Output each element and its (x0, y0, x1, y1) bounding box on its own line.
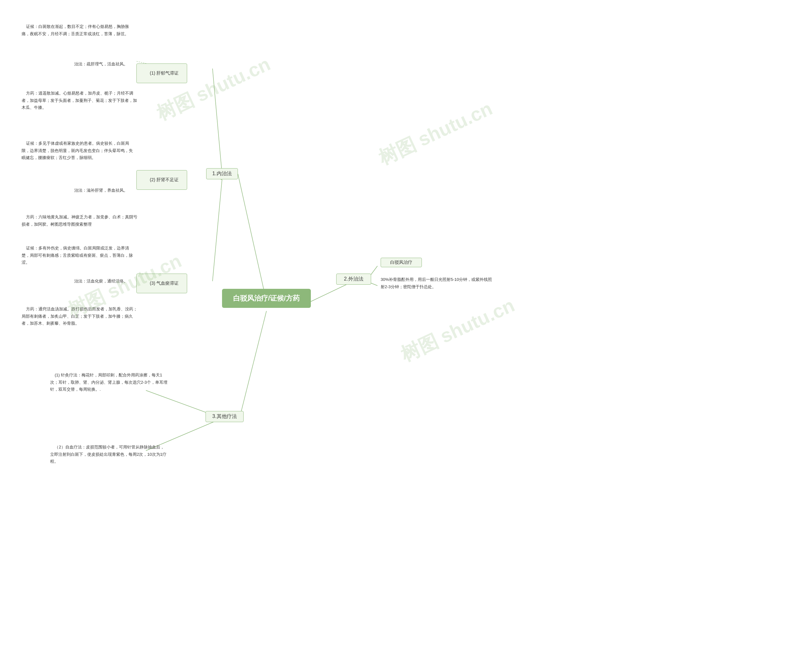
zhifa-ganshen: 治法：滋补肝肾，养血祛风。 (70, 183, 140, 198)
zhenghou-ganyu: 证候：白斑散在渐起，数目不定；伴有心烦易怒，胸胁胀痛，夜眠不安，月经不调；舌质正… (21, 16, 136, 45)
svg-line-0 (238, 174, 266, 301)
level1-qita: 3.其他疗法 (206, 411, 244, 422)
waizhi-desc: 30%补骨脂酊外用，用后一般日光照射5-10分钟，或紫外线照射2-3分钟；密陀僧… (381, 276, 495, 291)
svg-line-1 (311, 282, 352, 301)
mindmap-canvas: 白驳风治疗/证候/方药 1.内治法 (1) 肝郁气滞证 证候：白斑散在渐起，数目… (0, 0, 812, 650)
zhenghou-qixue: 证候：多有外伤史，病史缠绵。白斑局限或泛发，边界清楚，局部可有刺痛感；舌质紫暗或… (21, 237, 136, 274)
svg-line-3 (212, 69, 222, 174)
fangyao-qixue: 方药：通窍活血汤加减。跌打损伤后而发者，加乳香、没药；局部有刺痛者，加炙山甲、白… (21, 298, 139, 335)
level2-qixue: (3) 气血瘀滞证 (136, 274, 187, 293)
level2-ganyu: (1) 肝郁气滞证 (136, 63, 187, 83)
zixue-text: （2）自血疗法：皮损范围较小者，可用针管从静脉抽血后，立即注射到白斑下，使皮损处… (50, 436, 168, 473)
zhengjiu-text: (1) 针灸疗法：梅花针，局部叩刺，配合外用药涂擦，每天1次；耳针，取肺、肾、内… (50, 364, 168, 401)
watermark-1: 树图 shutu.cn (153, 51, 275, 127)
watermark-4: 树图 shutu.cn (397, 293, 519, 368)
fangyao-ganshen: 方药：六味地黄丸加减。神疲乏力者，加党参、白术；真阴亏损者，加阿胶。树图思维导图… (21, 206, 139, 235)
level2-baibofen-treatment: 白驳风治疗 (381, 258, 422, 267)
level1-waizhi: 2.外治法 (336, 274, 371, 285)
zhifa-qixue: 治法：活血化瘀，通经活络。 (70, 274, 140, 289)
level2-ganshen: (2) 肝肾不足证 (136, 170, 187, 190)
watermark-2: 树图 shutu.cn (375, 96, 497, 171)
fangyao-ganyu: 方药：逍遥散加减。心烦易怒者，加丹皮、栀子；月经不调者，加益母草；发于头面者，加… (21, 83, 139, 119)
center-node: 白驳风治疗/证候/方药 (222, 289, 311, 308)
svg-line-2 (240, 311, 266, 418)
zhenghou-ganshen: 证候：多见于体虚或有家族史的患者。病史较长，白斑局限，边界清楚，脱色明显，斑内毛… (21, 133, 136, 169)
level1-neizhi: 1.内治法 (206, 168, 238, 179)
svg-line-5 (212, 180, 222, 281)
zhifa-ganyu: 治法：疏肝理气，活血祛风。 (70, 57, 140, 72)
